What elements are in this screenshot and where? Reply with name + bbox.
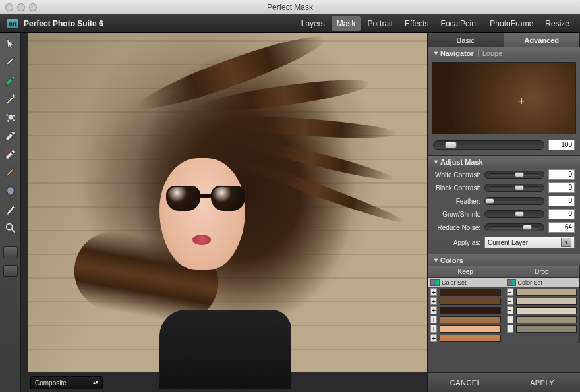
param-slider[interactable] — [484, 223, 544, 231]
module-resize[interactable]: Resize — [540, 16, 575, 31]
photo-content — [28, 33, 427, 372]
disclosure-icon: ▼ — [433, 159, 439, 165]
color-swatch-row: − — [504, 287, 580, 296]
disclosure-icon: ▼ — [433, 257, 439, 264]
module-mask[interactable]: Mask — [332, 16, 361, 31]
module-effects[interactable]: Effects — [399, 16, 434, 31]
color-swatch[interactable] — [440, 325, 501, 333]
color-swatch[interactable] — [440, 335, 501, 342]
brand-logo-icon: on — [7, 19, 18, 28]
color-swatch-row: + — [428, 315, 504, 324]
adjust-mask-header[interactable]: ▼ Adjust Mask — [428, 156, 580, 168]
paint-brush-tool[interactable] — [2, 165, 19, 181]
zoom-slider[interactable] — [433, 140, 544, 150]
color-swatch[interactable] — [516, 325, 577, 333]
blend-brush-tool[interactable] — [2, 183, 19, 199]
keep-color-set-row[interactable]: Color Set — [428, 278, 504, 287]
color-swatch[interactable] — [440, 316, 501, 323]
color-swatch[interactable] — [440, 307, 501, 314]
panel-tabs: BasicAdvanced — [428, 33, 580, 47]
add-swatch-button[interactable]: + — [430, 325, 437, 333]
param-value-field[interactable]: 64 — [548, 222, 575, 233]
drop-color-set-row[interactable]: Color Set — [504, 278, 580, 287]
rainbow-icon — [507, 279, 516, 286]
param-value-field[interactable]: 0 — [548, 196, 575, 206]
apply-as-label: Apply as: — [433, 239, 480, 246]
color-swatch[interactable] — [516, 298, 577, 305]
image-canvas[interactable] — [21, 33, 427, 392]
sunglasses — [166, 186, 245, 212]
apply-as-value: Current Layer — [488, 239, 528, 246]
module-photoframe[interactable]: PhotoFrame — [484, 16, 538, 31]
adjust-mask-section: ▼ Adjust Mask White Contrast:0Black Cont… — [428, 156, 580, 254]
add-swatch-button[interactable]: + — [430, 306, 437, 314]
dual-view-toggle[interactable] — [2, 263, 19, 279]
keep-brush-tool[interactable] — [2, 54, 19, 70]
color-swatch-row: + — [428, 333, 504, 343]
apply-as-dropdown[interactable]: Current Layer ▼ — [484, 237, 575, 248]
param-value-field[interactable]: 0 — [548, 209, 575, 219]
drop-brush-tool[interactable] — [2, 72, 19, 88]
move-tool[interactable] — [2, 36, 19, 51]
param-slider[interactable] — [484, 210, 544, 218]
add-swatch-button[interactable]: + — [430, 316, 437, 323]
svg-text:−: − — [5, 148, 8, 154]
colors-section: ▼ Colors Keep Color Set ++++++ Drop Co — [428, 254, 580, 343]
module-layers[interactable]: Layers — [296, 16, 330, 31]
navigator-header[interactable]: ▼ Navigator Loupe — [428, 47, 580, 59]
param-slider[interactable] — [484, 184, 544, 192]
zoom-tool[interactable] — [2, 220, 19, 236]
color-swatch-row: + — [428, 287, 504, 296]
param-slider[interactable] — [484, 197, 544, 205]
svg-point-3 — [7, 120, 9, 122]
view-mode-select[interactable]: Composite ▴▾ — [30, 376, 103, 389]
colors-header[interactable]: ▼ Colors — [428, 254, 580, 266]
crosshair-icon: ✛ — [518, 97, 525, 106]
tab-basic[interactable]: Basic — [428, 33, 504, 47]
color-swatch[interactable] — [440, 298, 501, 305]
magic-brush-tool[interactable] — [2, 91, 19, 107]
param-row: White Contrast:0 — [428, 168, 580, 181]
brand: on Perfect Photo Suite 6 — [0, 19, 110, 28]
zoom-value-field[interactable]: 100 — [548, 140, 575, 150]
cancel-button[interactable]: CANCEL — [428, 373, 504, 392]
apply-button[interactable]: APPLY — [504, 373, 580, 392]
panel-footer: CANCEL APPLY — [428, 372, 580, 392]
keep-colors-column: Keep Color Set ++++++ — [428, 266, 504, 343]
param-row: Reduce Noise:64 — [428, 221, 580, 234]
add-swatch-button[interactable]: + — [430, 297, 437, 305]
add-swatch-button[interactable]: + — [430, 288, 437, 296]
remove-swatch-button[interactable]: − — [507, 306, 513, 314]
param-row: Grow/Shrink:0 — [428, 208, 580, 221]
drop-dropper-tool[interactable]: − — [2, 146, 19, 162]
keep-dropper-tool[interactable]: + — [2, 128, 19, 144]
param-value-field[interactable]: 0 — [548, 182, 575, 193]
remove-swatch-button[interactable]: − — [507, 325, 513, 333]
color-swatch[interactable] — [440, 289, 501, 296]
param-row: Feather:0 — [428, 194, 580, 208]
remove-swatch-button[interactable]: − — [507, 297, 513, 305]
colors-title: Colors — [440, 256, 463, 264]
navigator-loupe-tab[interactable]: Loupe — [478, 49, 503, 57]
color-swatch-row: − — [504, 306, 580, 315]
tab-advanced[interactable]: Advanced — [504, 33, 581, 47]
color-swatch[interactable] — [516, 307, 577, 314]
remove-swatch-button[interactable]: − — [507, 288, 513, 296]
pen-tool[interactable] — [2, 202, 19, 217]
color-swatch[interactable] — [516, 289, 577, 296]
right-panel: BasicAdvanced ▼ Navigator Loupe ✛ 100 ▼ … — [427, 33, 580, 392]
module-portrait[interactable]: Portrait — [362, 16, 398, 31]
color-swatch-row: + — [428, 296, 504, 306]
mask-view-toggle[interactable] — [2, 244, 19, 260]
spot-brush-tool[interactable] — [2, 109, 19, 125]
remove-swatch-button[interactable]: − — [507, 316, 513, 323]
svg-text:+: + — [5, 130, 8, 135]
module-focalpoint[interactable]: FocalPoint — [436, 16, 484, 31]
color-swatch-row: − — [504, 324, 580, 333]
color-swatch[interactable] — [516, 316, 577, 323]
param-value-field[interactable]: 0 — [548, 169, 575, 180]
navigator-preview[interactable]: ✛ — [432, 62, 576, 134]
param-slider[interactable] — [484, 171, 544, 179]
module-switcher: LayersMaskPortraitEffectsFocalPointPhoto… — [296, 16, 580, 31]
add-swatch-button[interactable]: + — [430, 334, 437, 342]
